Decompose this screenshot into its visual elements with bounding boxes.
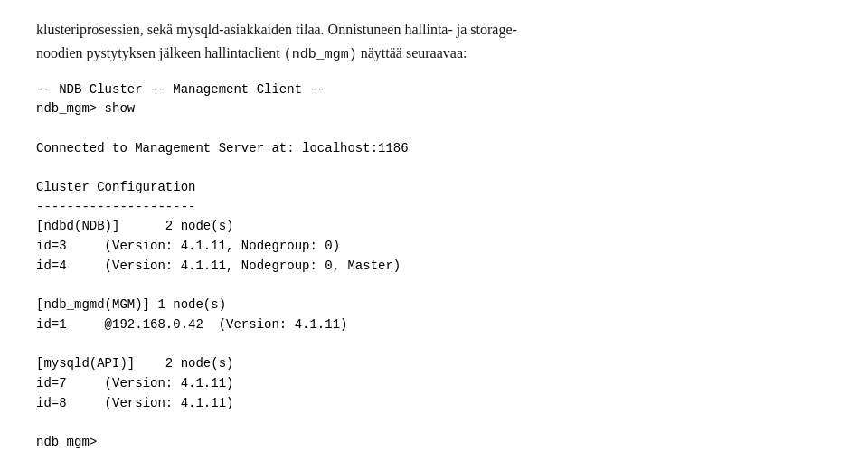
prose-text-part2: noodien pystytyksen jälkeen hallintaclie… [36,45,284,61]
prose-text-part3: näyttää seuraavaa: [357,45,467,61]
inline-code-ndb-mgm: (ndb_mgm) [284,47,357,62]
prose-paragraph: klusteriprosessien, sekä mysqld-asiakkai… [36,18,832,66]
code-block-output: -- NDB Cluster -- Management Client -- n… [36,80,832,453]
prose-text-part1: klusteriprosessien, sekä mysqld-asiakkai… [36,22,517,37]
